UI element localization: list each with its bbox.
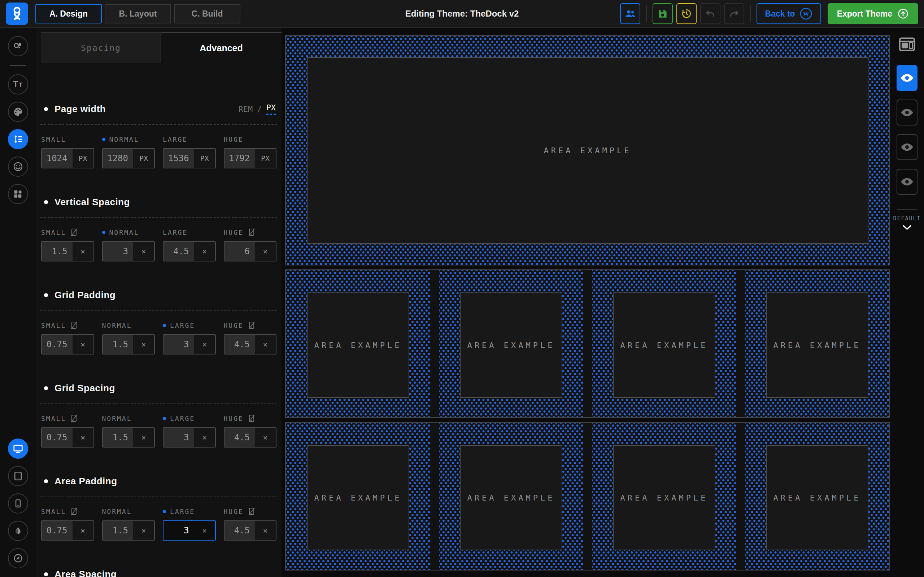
layout-icon[interactable] bbox=[899, 37, 915, 51]
area-example-box[interactable]: AREA EXAMPLE bbox=[307, 292, 409, 398]
area-padding-large-input[interactable]: 3 ✕ bbox=[163, 521, 216, 541]
preview-phone-button[interactable] bbox=[8, 493, 28, 514]
field-normal: NORMAL 3 ✕ bbox=[102, 227, 155, 261]
page-title: Editing Theme: TheDock v2 bbox=[405, 9, 519, 19]
unit-rem-option[interactable]: REM bbox=[239, 105, 253, 114]
eye-icon bbox=[900, 106, 914, 119]
breakpoint-label-normal[interactable]: NORMAL bbox=[102, 134, 155, 145]
grid-padding-huge-input[interactable]: 4.5 ✕ bbox=[224, 334, 277, 355]
area-example-box[interactable]: AREA EXAMPLE bbox=[766, 292, 868, 398]
grid-padding-normal-input[interactable]: 1.5 ✕ bbox=[102, 334, 155, 355]
breakpoint-label-normal[interactable]: NORMAL bbox=[102, 320, 155, 331]
back-to-wordpress-button[interactable]: Back to W bbox=[756, 3, 821, 24]
breakpoint-label-huge[interactable]: HUGE bbox=[224, 134, 277, 145]
breakpoint-label-small[interactable]: SMALL bbox=[41, 506, 94, 517]
section-divider bbox=[40, 311, 277, 311]
area-example-box[interactable]: AREA EXAMPLE bbox=[460, 445, 562, 550]
breakpoint-label-large[interactable]: LARGE bbox=[163, 413, 216, 424]
tab-design[interactable]: A. Design bbox=[36, 4, 102, 23]
browse-preview-button[interactable] bbox=[8, 548, 28, 568]
breakpoint-label-huge[interactable]: HUGE bbox=[224, 413, 277, 424]
area-example-box[interactable]: AREA EXAMPLE bbox=[613, 292, 716, 398]
area-padding-normal-input[interactable]: 1.5 ✕ bbox=[102, 521, 155, 541]
panel-tabs: Spacing Advanced bbox=[36, 32, 281, 63]
area-padding-huge-input[interactable]: 4.5 ✕ bbox=[224, 521, 277, 541]
grid-spacing-small-input[interactable]: 0.75 ✕ bbox=[41, 427, 94, 448]
collaborators-button[interactable] bbox=[620, 3, 640, 24]
breakpoint-label-huge[interactable]: HUGE bbox=[224, 320, 277, 331]
area-example-box[interactable]: AREA EXAMPLE bbox=[307, 445, 409, 550]
area-example-box[interactable]: AREA EXAMPLE bbox=[613, 445, 716, 550]
field-huge: HUGE 4.5 ✕ bbox=[224, 320, 277, 355]
preview-grid-row-1: AREA EXAMPLE AREA EXAMPLE AREA EXAMPLE A… bbox=[285, 269, 890, 418]
undo-button[interactable] bbox=[700, 3, 720, 24]
section-title: Grid Spacing bbox=[55, 383, 115, 394]
breakpoint-label-normal[interactable]: NORMAL bbox=[102, 227, 155, 238]
visibility-toggle-2[interactable] bbox=[897, 100, 918, 126]
page-width-normal-input[interactable]: 1280 PX bbox=[102, 148, 155, 168]
section-area-padding: Area Padding SMALL bbox=[40, 475, 277, 541]
breakpoint-label-large[interactable]: LARGE bbox=[163, 227, 216, 238]
export-label: Export Theme bbox=[837, 9, 892, 19]
sidebar-item-effects[interactable] bbox=[8, 36, 28, 56]
section-bullet bbox=[44, 479, 48, 483]
grid-cell: AREA EXAMPLE bbox=[745, 423, 889, 570]
visibility-toggle-4[interactable] bbox=[897, 169, 918, 195]
area-example-box[interactable]: AREA EXAMPLE bbox=[307, 57, 868, 244]
app-logo[interactable] bbox=[6, 3, 28, 25]
page-width-huge-input[interactable]: 1792 PX bbox=[224, 148, 277, 168]
preview-tablet-button[interactable] bbox=[8, 466, 28, 486]
visibility-toggle-3[interactable] bbox=[897, 134, 918, 160]
page-width-large-input[interactable]: 1536 PX bbox=[163, 148, 216, 168]
breakpoint-label-large[interactable]: LARGE bbox=[163, 134, 216, 145]
section-title: Grid Padding bbox=[55, 290, 115, 301]
breakpoint-label-normal[interactable]: NORMAL bbox=[102, 413, 155, 424]
visibility-toggle-1[interactable] bbox=[897, 65, 918, 91]
tab-build[interactable]: C. Build bbox=[174, 4, 241, 23]
redo-button[interactable] bbox=[724, 3, 744, 24]
area-example-box[interactable]: AREA EXAMPLE bbox=[460, 292, 562, 398]
breakpoint-label-huge[interactable]: HUGE bbox=[224, 506, 277, 517]
unit-px-option[interactable]: PX bbox=[267, 103, 276, 115]
tab-advanced[interactable]: Advanced bbox=[161, 32, 281, 63]
breakpoint-label-huge[interactable]: HUGE bbox=[224, 227, 277, 238]
section-bullet bbox=[44, 386, 48, 390]
area-padding-small-input[interactable]: 0.75 ✕ bbox=[41, 521, 94, 541]
sidebar-item-spacing[interactable] bbox=[8, 129, 28, 149]
phone-disabled-icon bbox=[247, 507, 255, 516]
vertical-spacing-huge-input[interactable]: 6 ✕ bbox=[224, 241, 277, 261]
breakpoint-label-small[interactable]: SMALL bbox=[41, 227, 94, 238]
history-button[interactable] bbox=[677, 3, 696, 24]
grid-spacing-huge-input[interactable]: 4.5 ✕ bbox=[224, 427, 277, 448]
area-example-box[interactable]: AREA EXAMPLE bbox=[766, 445, 868, 550]
phone-icon bbox=[13, 499, 23, 508]
sidebar-item-typography[interactable]: Tт bbox=[8, 74, 28, 95]
vertical-spacing-large-input[interactable]: 4.5 ✕ bbox=[163, 241, 216, 261]
tab-spacing[interactable]: Spacing bbox=[41, 32, 161, 63]
tab-layout[interactable]: B. Layout bbox=[105, 4, 171, 23]
grid-padding-small-input[interactable]: 0.75 ✕ bbox=[41, 334, 94, 355]
desktop-icon bbox=[13, 443, 23, 454]
contrast-mode-button[interactable] bbox=[8, 521, 28, 541]
breakpoint-label-normal[interactable]: NORMAL bbox=[102, 506, 155, 517]
preview-desktop-button[interactable] bbox=[8, 438, 28, 459]
page-width-small-input[interactable]: 1024 PX bbox=[41, 148, 94, 168]
chevron-down-icon[interactable] bbox=[902, 225, 912, 230]
sidebar-item-colors[interactable] bbox=[8, 102, 28, 122]
breakpoint-label-large[interactable]: LARGE bbox=[163, 506, 216, 517]
vertical-spacing-small-input[interactable]: 1.5 ✕ bbox=[41, 241, 94, 261]
sidebar-item-blocks[interactable] bbox=[8, 184, 28, 204]
grid-padding-large-input[interactable]: 3 ✕ bbox=[163, 334, 216, 355]
vertical-spacing-normal-input[interactable]: 3 ✕ bbox=[102, 241, 155, 261]
export-theme-button[interactable]: Export Theme bbox=[828, 3, 918, 24]
sidebar-item-icons[interactable] bbox=[8, 156, 28, 177]
field-small: SMALL 1024 PX bbox=[41, 134, 94, 168]
breakpoint-label-small[interactable]: SMALL bbox=[41, 134, 94, 145]
grid-spacing-large-input[interactable]: 3 ✕ bbox=[163, 427, 216, 448]
breakpoint-label-large[interactable]: LARGE bbox=[163, 320, 216, 331]
save-button[interactable] bbox=[653, 3, 673, 24]
breakpoint-label-small[interactable]: SMALL bbox=[41, 320, 94, 331]
breakpoint-label-small[interactable]: SMALL bbox=[41, 413, 94, 424]
selected-breakpoint-dot bbox=[102, 231, 105, 234]
grid-spacing-normal-input[interactable]: 1.5 ✕ bbox=[102, 427, 155, 448]
